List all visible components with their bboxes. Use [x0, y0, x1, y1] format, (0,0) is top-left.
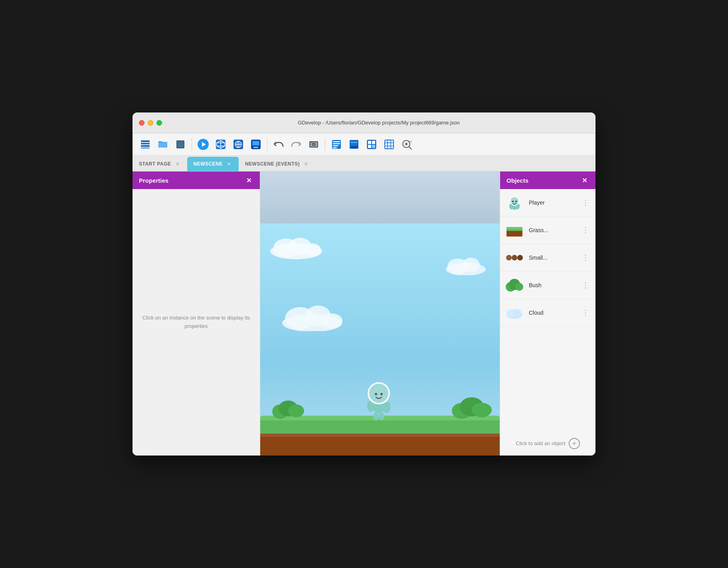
title-bar: GDevelop - /Users/florian/GDevelop proje… — [133, 112, 595, 133]
svg-rect-43 — [385, 140, 394, 149]
object-item-bush[interactable]: Bush ⋮ — [500, 272, 595, 299]
properties-panel-close[interactable]: ✕ — [244, 176, 253, 185]
tab-newscene-events-label: NEWSCENE (EVENTS) — [245, 161, 300, 167]
tab-start-page-label: START PAGE — [139, 161, 171, 167]
add-object-area[interactable]: Click to add an object + — [500, 432, 595, 456]
svg-rect-1 — [141, 143, 150, 144]
object-name-cloud: Cloud — [529, 310, 576, 316]
svg-rect-32 — [333, 145, 338, 146]
object-item-player[interactable]: Player ⋮ — [500, 189, 595, 217]
object-item-cloud[interactable]: Cloud ⋮ — [500, 299, 595, 327]
scene-top-area — [260, 172, 500, 223]
svg-point-72 — [369, 384, 388, 403]
svg-point-74 — [380, 393, 383, 395]
svg-rect-30 — [333, 141, 340, 142]
svg-point-83 — [515, 201, 517, 202]
object-name-grass: Grass... — [529, 227, 576, 233]
svg-text:1:1: 1:1 — [408, 140, 412, 143]
objects-panel-header: Objects ✕ — [500, 172, 595, 189]
svg-point-73 — [375, 393, 377, 395]
object-menu-player[interactable]: ⋮ — [580, 197, 591, 209]
tab-newscene-events-close[interactable]: ✕ — [303, 161, 309, 167]
svg-point-91 — [517, 255, 523, 260]
separator-2 — [267, 138, 267, 151]
traffic-lights — [139, 120, 162, 126]
objects-grid-button[interactable] — [364, 136, 380, 152]
preview-options-button[interactable] — [230, 136, 246, 152]
properties-hint: Click on an instance on the scene to dis… — [140, 314, 252, 331]
svg-rect-22 — [253, 141, 259, 145]
undo-button[interactable] — [271, 136, 287, 152]
object-item-small[interactable]: Small... ⋮ — [500, 244, 595, 272]
play-button[interactable] — [195, 136, 211, 152]
svg-point-59 — [462, 258, 480, 272]
add-object-button[interactable]: + — [569, 438, 580, 449]
svg-rect-40 — [372, 141, 375, 144]
new-project-button[interactable] — [172, 136, 188, 152]
cloud-3 — [280, 303, 344, 331]
preview-3d-button[interactable] — [213, 136, 229, 152]
publish-button[interactable] — [248, 136, 264, 152]
svg-point-82 — [512, 201, 514, 202]
object-name-small: Small... — [529, 254, 576, 261]
object-list: Player ⋮ Grass... ⋮ — [500, 189, 595, 432]
svg-rect-35 — [350, 142, 358, 143]
tab-newscene-events[interactable]: NEWSCENE (EVENTS) ✕ — [239, 157, 316, 171]
svg-point-77 — [373, 412, 379, 420]
open-folder-button[interactable] — [155, 136, 171, 152]
layers-button[interactable] — [346, 136, 362, 152]
svg-rect-0 — [141, 140, 150, 142]
screenshot-button[interactable] — [306, 136, 322, 152]
toolbar: 1:1 — [133, 133, 595, 156]
properties-panel: Properties ✕ Click on an instance on the… — [133, 172, 260, 456]
events-button[interactable] — [328, 136, 344, 152]
zoom-button[interactable]: 1:1 — [399, 136, 415, 152]
scene-area[interactable] — [260, 172, 500, 456]
separator-1 — [192, 138, 192, 151]
svg-rect-36 — [350, 144, 358, 146]
object-thumb-bush — [505, 276, 524, 295]
player-sprite — [361, 377, 397, 420]
redo-button[interactable] — [288, 136, 304, 152]
tab-newscene-label: NEWSCENE — [194, 161, 223, 167]
grid-toggle-button[interactable] — [381, 136, 397, 152]
svg-rect-88 — [506, 227, 522, 229]
svg-point-90 — [512, 255, 517, 260]
bush-left — [272, 396, 304, 420]
svg-line-51 — [409, 147, 411, 149]
minimize-button[interactable] — [148, 120, 153, 126]
ground-brown — [260, 434, 500, 456]
project-manager-button[interactable] — [137, 136, 153, 152]
object-menu-cloud[interactable]: ⋮ — [580, 307, 591, 319]
tab-start-page-close[interactable]: ✕ — [174, 161, 181, 167]
tab-bar: START PAGE ✕ NEWSCENE ✕ NEWSCENE (EVENTS… — [133, 156, 595, 172]
object-item-grass[interactable]: Grass... ⋮ — [500, 217, 595, 244]
game-scene-content[interactable] — [260, 223, 500, 456]
svg-rect-23 — [253, 147, 258, 148]
svg-point-69 — [472, 403, 492, 417]
object-thumb-grass — [505, 221, 524, 240]
bush-right — [452, 392, 492, 420]
tab-start-page[interactable]: START PAGE ✕ — [133, 157, 187, 171]
svg-rect-41 — [368, 145, 371, 148]
object-name-player: Player — [529, 199, 576, 206]
tab-newscene[interactable]: NEWSCENE ✕ — [187, 157, 239, 171]
svg-point-66 — [288, 404, 304, 417]
object-menu-grass[interactable]: ⋮ — [580, 224, 591, 236]
properties-panel-title: Properties — [139, 177, 168, 184]
svg-rect-7 — [181, 142, 183, 144]
objects-panel-close[interactable]: ✕ — [580, 176, 589, 185]
svg-point-81 — [510, 197, 518, 205]
add-object-icon: + — [572, 440, 576, 448]
close-button[interactable] — [139, 120, 144, 126]
svg-rect-3 — [141, 148, 150, 148]
object-menu-small[interactable]: ⋮ — [580, 252, 591, 264]
tab-newscene-close[interactable]: ✕ — [226, 161, 232, 167]
svg-rect-31 — [333, 143, 340, 144]
svg-point-56 — [303, 243, 321, 256]
scene-canvas[interactable] — [260, 172, 500, 456]
objects-panel-title: Objects — [506, 177, 528, 184]
svg-rect-2 — [141, 145, 150, 147]
maximize-button[interactable] — [156, 120, 162, 126]
object-menu-bush[interactable]: ⋮ — [580, 279, 591, 291]
